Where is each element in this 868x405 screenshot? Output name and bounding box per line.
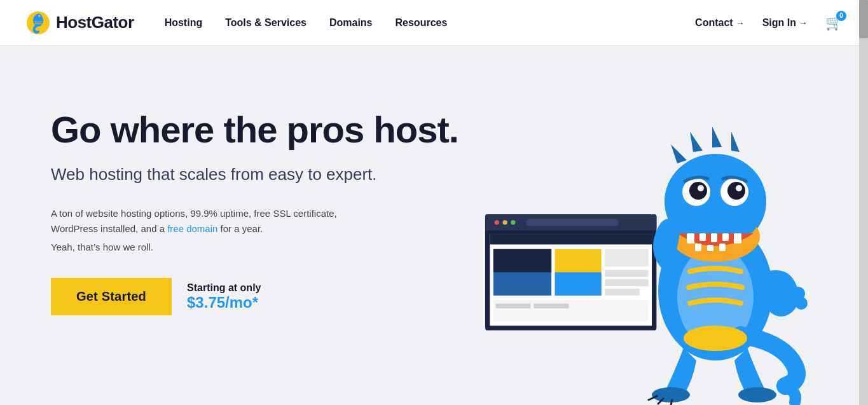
svg-rect-7 (526, 219, 619, 226)
svg-point-49 (795, 297, 808, 310)
hero-cta: Get Started Starting at only $3.75/mo* (51, 278, 464, 315)
nav-links: Hosting Tools & Services Domains Resourc… (165, 17, 695, 29)
svg-marker-45 (712, 127, 722, 148)
svg-point-4 (39, 15, 39, 16)
svg-rect-36 (719, 244, 726, 251)
svg-marker-46 (731, 132, 740, 152)
svg-rect-22 (495, 304, 530, 308)
svg-point-50 (652, 387, 690, 402)
signin-link[interactable]: Sign In → (762, 17, 808, 29)
logo-icon (25, 10, 51, 36)
svg-rect-33 (734, 233, 741, 244)
svg-rect-35 (707, 245, 713, 251)
svg-point-8 (495, 220, 499, 224)
cart-button[interactable]: 🛒 0 (825, 15, 843, 31)
svg-point-40 (727, 182, 745, 200)
svg-rect-14 (493, 249, 551, 273)
svg-rect-29 (687, 233, 694, 244)
gator-character-svg (614, 100, 817, 405)
svg-rect-23 (534, 304, 569, 308)
contact-link[interactable]: Contact → (695, 17, 745, 29)
navbar: HostGator Hosting Tools & Services Domai… (0, 0, 868, 46)
contact-arrow-icon: → (736, 18, 745, 28)
svg-point-39 (689, 182, 707, 200)
svg-point-41 (698, 185, 704, 191)
hero-subtitle: Web hosting that scales from easy to exp… (51, 163, 464, 186)
scrollbar[interactable] (859, 0, 868, 405)
svg-point-42 (736, 185, 742, 191)
svg-point-2 (35, 13, 41, 20)
svg-point-52 (684, 326, 747, 351)
svg-marker-44 (690, 132, 703, 152)
cart-badge: 0 (836, 11, 846, 21)
svg-rect-32 (722, 233, 729, 241)
hero-description: A ton of website hosting options, 99.9% … (51, 206, 382, 237)
nav-domains[interactable]: Domains (329, 17, 373, 29)
nav-right: Contact → Sign In → 🛒 0 (695, 15, 843, 31)
hero-content: Go where the pros host. Web hosting that… (51, 84, 464, 315)
hero-title: Go where the pros host. (51, 109, 464, 150)
get-started-button[interactable]: Get Started (51, 278, 172, 315)
nav-hosting[interactable]: Hosting (165, 17, 203, 29)
pricing-info: Starting at only $3.75/mo* (187, 282, 261, 312)
svg-marker-43 (671, 144, 687, 163)
svg-rect-30 (699, 233, 706, 241)
free-domain-link[interactable]: free domain (167, 223, 217, 234)
price-label: $3.75/mo* (187, 294, 261, 312)
nav-resources[interactable]: Resources (396, 17, 448, 29)
logo[interactable]: HostGator (25, 10, 134, 36)
svg-point-51 (738, 387, 776, 402)
starting-at-label: Starting at only (187, 282, 261, 294)
logo-text: HostGator (56, 13, 134, 32)
svg-rect-31 (711, 233, 717, 242)
svg-point-10 (511, 220, 515, 224)
svg-rect-16 (555, 272, 602, 296)
svg-point-9 (502, 220, 507, 224)
scrollbar-thumb[interactable] (859, 0, 868, 38)
svg-rect-34 (695, 244, 701, 251)
signin-arrow-icon: → (799, 18, 808, 28)
hero-illustration (461, 93, 830, 405)
nav-tools[interactable]: Tools & Services (225, 17, 307, 29)
hero-tagline: Yeah, that’s how we roll. (51, 242, 464, 252)
hero-section: Go where the pros host. Web hosting that… (0, 46, 868, 405)
